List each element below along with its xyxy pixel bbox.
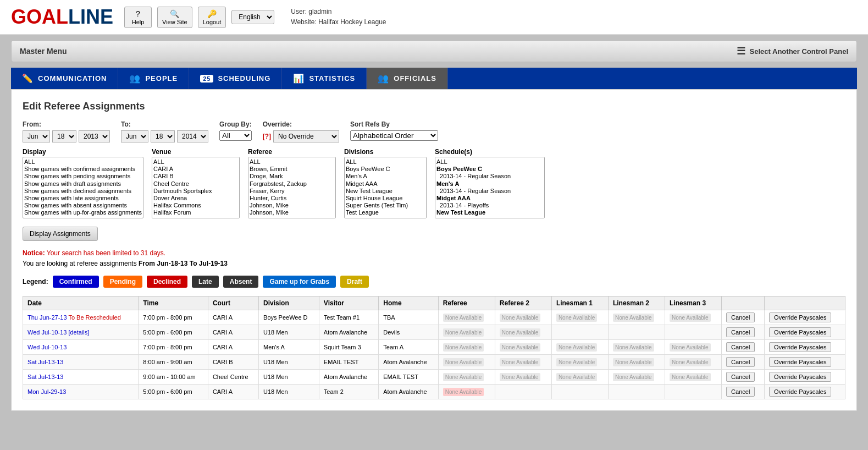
to-day-select[interactable]: 18 [151,130,175,142]
from-day-select[interactable]: 18 [52,130,76,142]
col-referee2: Referee 2 [495,296,551,310]
row-time: 9:00 am - 10:00 am [139,369,208,384]
select-panel-label: Select Another Control Panel [750,47,848,56]
row-override: Override Payscales [765,354,845,369]
from-year-select[interactable]: 2013 [79,130,110,142]
row-time: 7:00 pm - 8:00 pm [139,310,208,325]
view-site-button[interactable]: 🔍 View Site [157,7,192,28]
row-linesman1: None Available [551,339,608,354]
row-override: Override Payscales [765,310,845,325]
referee-listbox-group: Referee ALL Brown, Emmit Droge, Mark For… [248,148,336,218]
row-visitor: Team 2 [319,384,378,399]
nav-people[interactable]: 👥 PEOPLE [118,68,189,89]
group-by-select[interactable]: All [219,130,252,141]
table-row: Wed Jul-10-13 [details] 5:00 pm - 6:00 p… [23,325,845,339]
date-link[interactable]: Thu Jun-27-13 [27,314,67,321]
notice-message: Your search has been limited to 31 days. [47,249,165,257]
row-visitor: Atom Avalanche [319,369,378,384]
people-icon: 👥 [129,73,141,84]
language-select[interactable]: English [231,10,274,24]
display-listbox[interactable]: ALL Show games with confirmed assignment… [23,157,143,218]
select-panel-button[interactable]: ☰ Select Another Control Panel [737,45,848,57]
date-link[interactable]: Wed Jul-10-13 [27,329,67,336]
to-month-select[interactable]: Jun [121,130,148,142]
override-select[interactable]: No Override [273,130,339,142]
row-cancel: Cancel [722,339,765,354]
filter-section: From: Jun 18 2013 To: Jun 18 2014 Group … [23,120,845,241]
override-payscales-button[interactable]: Override Payscales [769,387,831,397]
row-division: U18 Men [259,354,319,369]
date-link[interactable]: Sat Jul-13-13 [27,359,63,365]
cancel-button[interactable]: Cancel [726,342,755,352]
venue-listbox[interactable]: ALL CARI A CARI B Cheel Centre Dartmouth… [152,157,240,218]
col-time: Time [139,296,208,310]
legend-label: Legend: [23,278,48,286]
nav-scheduling[interactable]: 25 SCHEDULING [189,68,282,89]
display-assignments-button[interactable]: Display Assignments [23,227,98,241]
override-help-icon[interactable]: [?] [263,133,271,140]
row-linesman1: None Available [551,369,608,384]
row-date: Thu Jun-27-13 To Be Rescheduled [23,310,139,325]
override-payscales-button[interactable]: Override Payscales [769,342,831,352]
override-payscales-button[interactable]: Override Payscales [769,372,831,382]
hamburger-icon: ☰ [737,45,745,57]
row-linesman1 [551,325,608,339]
cancel-button[interactable]: Cancel [726,372,755,382]
cancel-button[interactable]: Cancel [726,312,755,322]
help-button[interactable]: ? Help [124,7,152,28]
referee-listbox[interactable]: ALL Brown, Emmit Droge, Mark Forgrabstes… [248,157,336,218]
schedules-listbox[interactable]: ALL Boys PeeWee C 2013-14 - Regular Seas… [435,157,545,218]
date-link[interactable]: Sat Jul-13-13 [27,374,63,380]
row-court: CARI A [208,325,258,339]
row-cancel: Cancel [722,369,765,384]
date-link[interactable]: Mon Jul-29-13 [27,388,66,395]
row-division: U18 Men [259,384,319,399]
sort-refs-label: Sort Refs By [350,120,438,128]
cancel-button[interactable]: Cancel [726,327,755,337]
row-linesman3: None Available [665,354,722,369]
filter-row-dates: From: Jun 18 2013 To: Jun 18 2014 Group … [23,120,845,142]
logout-button[interactable]: 🔑 Logout [198,7,226,28]
user-name: User: gladmin [291,7,386,17]
row-court: Cheel Centre [208,369,258,384]
override-payscales-button[interactable]: Override Payscales [769,312,831,322]
date-link[interactable]: Wed Jul-10-13 [27,344,67,350]
schedules-list-label: Schedule(s) [435,148,545,156]
nav-communication[interactable]: ✏️ COMMUNICATION [11,68,118,89]
to-inline: Jun 18 2014 [121,130,208,142]
to-year-select[interactable]: 2014 [177,130,208,142]
details-link[interactable]: [details] [68,329,89,336]
row-referee: None Available [438,339,495,354]
group-by-label: Group By: [219,120,252,128]
page-title: Edit Referee Assignments [23,101,845,112]
col-court: Court [208,296,258,310]
nav-officials[interactable]: 👥 OFFICIALS [367,68,448,89]
communication-icon: ✏️ [22,73,34,84]
row-referee: None Available [438,369,495,384]
reschedule-link[interactable]: To Be Rescheduled [68,314,120,321]
row-home: Team A [379,339,438,354]
row-time: 5:00 pm - 6:00 pm [139,325,208,339]
table-row: Sat Jul-13-13 8:00 am - 9:00 am CARI B U… [23,354,845,369]
nav-scheduling-label: SCHEDULING [218,74,270,83]
row-date: Sat Jul-13-13 [23,369,139,384]
row-referee2: None Available [495,325,551,339]
sort-refs-select[interactable]: Alphabetical Order [350,130,438,141]
sort-refs-group: Sort Refs By Alphabetical Order [350,120,438,141]
cancel-button[interactable]: Cancel [726,357,755,367]
to-group: To: Jun 18 2014 [121,120,208,142]
nav-statistics[interactable]: 📊 STATISTICS [282,68,367,89]
override-payscales-button[interactable]: Override Payscales [769,357,831,367]
row-referee: None Available [438,325,495,339]
cancel-button[interactable]: Cancel [726,387,755,397]
row-time: 8:00 am - 9:00 am [139,354,208,369]
override-payscales-button[interactable]: Override Payscales [769,327,831,337]
divisions-listbox[interactable]: ALL Boys PeeWee C Men's A Midget AAA New… [344,157,427,218]
row-division: Men's A [259,339,319,354]
date-range-text: You are looking at referee assignments F… [23,260,845,267]
main-content: Edit Referee Assignments From: Jun 18 20… [11,89,857,411]
row-linesman3: None Available [665,310,722,325]
from-month-select[interactable]: Jun [23,130,50,142]
assignments-table: Date Time Court Division Visitor Home Re… [23,296,845,399]
header: GOALLINE ? Help 🔍 View Site 🔑 Logout Eng… [0,0,868,35]
